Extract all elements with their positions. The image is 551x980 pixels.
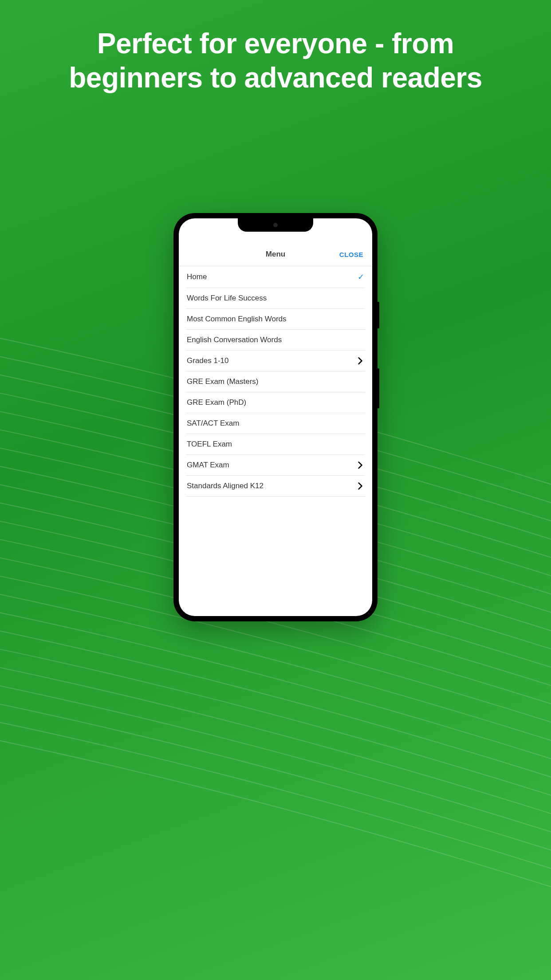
phone-frame: Menu CLOSE Home ✓ Words For Life Success… xyxy=(173,213,378,621)
chevron-right-icon xyxy=(356,461,364,469)
menu-item-gmat[interactable]: GMAT Exam xyxy=(186,455,365,476)
menu-item-label: Most Common English Words xyxy=(187,315,287,324)
menu-item-gre-masters[interactable]: GRE Exam (Masters) xyxy=(186,371,365,392)
menu-item-conversation-words[interactable]: English Conversation Words xyxy=(186,330,365,351)
headline: Perfect for everyone - from beginners to… xyxy=(0,0,551,95)
phone-screen: Menu CLOSE Home ✓ Words For Life Success… xyxy=(179,218,372,616)
menu-item-label: Words For Life Success xyxy=(187,294,267,303)
menu-item-label: Grades 1-10 xyxy=(187,356,229,365)
menu-title: Menu xyxy=(266,250,285,258)
phone-side-button xyxy=(378,368,379,408)
menu-item-grades[interactable]: Grades 1-10 xyxy=(186,351,365,371)
chevron-right-icon xyxy=(356,482,364,490)
menu-item-label: TOEFL Exam xyxy=(187,440,232,449)
menu-item-words-for-life[interactable]: Words For Life Success xyxy=(186,288,365,309)
phone-side-button xyxy=(378,302,379,328)
check-icon: ✓ xyxy=(358,272,364,282)
menu-item-home[interactable]: Home ✓ xyxy=(186,266,365,288)
menu-item-sat-act[interactable]: SAT/ACT Exam xyxy=(186,413,365,434)
menu-item-label: Home xyxy=(187,273,207,281)
menu-item-gre-phd[interactable]: GRE Exam (PhD) xyxy=(186,392,365,413)
app-content: Menu CLOSE Home ✓ Words For Life Success… xyxy=(179,218,372,616)
menu-item-label: GRE Exam (Masters) xyxy=(187,377,259,386)
menu-item-label: Standards Aligned K12 xyxy=(187,482,264,490)
menu-item-most-common[interactable]: Most Common English Words xyxy=(186,309,365,330)
menu-list: Home ✓ Words For Life Success Most Commo… xyxy=(179,266,372,497)
menu-item-toefl[interactable]: TOEFL Exam xyxy=(186,434,365,455)
menu-header: Menu CLOSE xyxy=(179,243,372,266)
menu-item-label: GRE Exam (PhD) xyxy=(187,398,246,407)
menu-item-label: English Conversation Words xyxy=(187,336,282,344)
phone-notch xyxy=(238,218,313,232)
menu-item-standards-k12[interactable]: Standards Aligned K12 xyxy=(186,476,365,497)
close-button[interactable]: CLOSE xyxy=(339,251,363,258)
menu-item-label: SAT/ACT Exam xyxy=(187,419,239,428)
menu-item-label: GMAT Exam xyxy=(187,461,229,470)
chevron-right-icon xyxy=(356,357,364,365)
